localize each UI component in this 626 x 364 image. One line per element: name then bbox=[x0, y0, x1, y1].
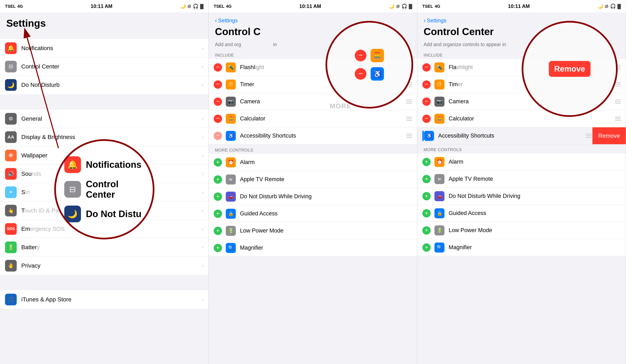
dnd-driving-icon: 🚗 bbox=[226, 192, 236, 202]
carrier-2: TSEL bbox=[214, 4, 224, 9]
do-not-disturb-item[interactable]: 🌙 Do Not Disturb › bbox=[0, 76, 208, 94]
notifications-icon: 🔔 bbox=[5, 42, 17, 54]
alarm-item-3[interactable]: + ⏰ Alarm bbox=[417, 153, 626, 170]
alarm-item[interactable]: + ⏰ Alarm bbox=[209, 154, 417, 171]
low-power-item[interactable]: + 🔋 Low Power Mode bbox=[209, 222, 417, 240]
add-dnd-driving-btn-3[interactable]: + bbox=[422, 192, 431, 200]
add-appletv-btn[interactable]: + bbox=[214, 175, 222, 184]
zoom-cc-icon: ⊟ bbox=[64, 181, 81, 198]
zoom-dnd-icon: 🌙 bbox=[64, 205, 81, 222]
drag-handle-3b[interactable] bbox=[615, 82, 621, 86]
chevron-right-icon: › bbox=[202, 116, 203, 122]
battery-label: Battery bbox=[21, 244, 202, 251]
battery-icon-3: ▓ bbox=[618, 3, 621, 9]
headphone-icon: 🎧 bbox=[193, 3, 198, 9]
section-gap bbox=[0, 94, 208, 103]
low-power-item-3[interactable]: + 🔋 Low Power Mode bbox=[417, 222, 626, 239]
at-icon-3: @ bbox=[605, 4, 608, 8]
status-time-2: 10:11 AM bbox=[299, 3, 321, 9]
remove-timer-btn[interactable]: − bbox=[214, 80, 222, 89]
control-center-item[interactable]: ⊟ Control Center › bbox=[0, 57, 208, 76]
add-magnifier-btn-3[interactable]: + bbox=[422, 243, 431, 252]
calculator-icon: 🧮 bbox=[226, 114, 236, 124]
back-chevron-icon-3: ‹ bbox=[424, 17, 426, 24]
back-button-3[interactable]: ‹ Settings bbox=[424, 15, 620, 26]
settings-section-3: 🎵 iTunes & App Store › bbox=[0, 290, 208, 309]
remove-flashlight-btn[interactable]: − bbox=[214, 63, 222, 72]
accessibility-icon: ♿ bbox=[226, 131, 236, 141]
zoom-dnd: 🌙 Do Not Distu bbox=[56, 203, 153, 225]
alarm-icon-3: ⏰ bbox=[434, 157, 444, 167]
remove-flashlight-btn-3[interactable]: − bbox=[422, 63, 431, 72]
alarm-label: Alarm bbox=[240, 159, 412, 165]
drag-handle-3c[interactable] bbox=[615, 100, 621, 104]
status-time: 10:11 AM bbox=[91, 3, 112, 9]
remove-calculator-btn-3[interactable]: − bbox=[422, 115, 431, 123]
privacy-item[interactable]: 🤚 Privacy › bbox=[0, 256, 208, 275]
calculator-item[interactable]: − 🧮 Calculator bbox=[209, 110, 417, 127]
accessibility-icon-3: ♿ bbox=[424, 131, 434, 141]
add-alarm-btn[interactable]: + bbox=[214, 158, 222, 166]
zoom-content-2: − 🧮 − ♿ bbox=[355, 49, 384, 81]
privacy-icon: 🤚 bbox=[5, 260, 17, 272]
guided-access-item[interactable]: + 🔒 Guided Access bbox=[209, 205, 417, 222]
headphone-icon-2: 🎧 bbox=[401, 3, 407, 9]
add-low-power-btn-3[interactable]: + bbox=[422, 226, 431, 235]
magnifier-label-3: Magnifier bbox=[449, 244, 621, 251]
add-appletv-btn-3[interactable]: + bbox=[422, 175, 431, 183]
magnifier-item[interactable]: + 🔍 Magnifier bbox=[209, 240, 417, 256]
add-guided-access-btn[interactable]: + bbox=[214, 209, 222, 218]
remove-camera-btn-3[interactable]: − bbox=[422, 97, 431, 106]
zoom-remove-2: − bbox=[355, 68, 366, 80]
accessibility-item-3[interactable]: ♿ Accessibility Shortcuts Remove bbox=[417, 127, 626, 144]
itunes-item[interactable]: 🎵 iTunes & App Store › bbox=[0, 290, 208, 309]
highlight-border bbox=[422, 131, 424, 141]
apple-tv-item[interactable]: + tv Apple TV Remote bbox=[209, 171, 417, 188]
zoom-row-1: − 🧮 bbox=[355, 49, 384, 62]
drag-handle-3d[interactable] bbox=[615, 117, 621, 121]
drag-handle[interactable] bbox=[406, 134, 412, 138]
drag-handle[interactable] bbox=[406, 100, 412, 104]
remove-accessibility-btn[interactable]: − bbox=[214, 132, 222, 140]
chevron-right-icon: › bbox=[202, 244, 203, 250]
calculator-icon-3: 🧮 bbox=[434, 114, 444, 124]
page-title: Settings bbox=[6, 18, 202, 29]
camera-icon-3: 📷 bbox=[434, 97, 444, 107]
at-icon-2: @ bbox=[396, 4, 400, 8]
remove-calculator-btn[interactable]: − bbox=[214, 115, 222, 123]
calculator-label-3: Calculator bbox=[449, 116, 613, 122]
calculator-item-3[interactable]: − 🧮 Calculator bbox=[417, 110, 626, 127]
notifications-label: Notifications bbox=[21, 45, 202, 51]
notifications-item[interactable]: 🔔 Notifications › bbox=[0, 39, 208, 57]
magnifier-item-3[interactable]: + 🔍 Magnifier bbox=[417, 239, 626, 256]
guided-access-item-3[interactable]: + 🔒 Guided Access bbox=[417, 205, 626, 222]
drag-handle[interactable] bbox=[406, 117, 412, 121]
battery-item[interactable]: 🔋 Battery › bbox=[0, 238, 208, 256]
drag-handle-3e[interactable] bbox=[586, 134, 591, 138]
back-label-3: Settings bbox=[427, 17, 446, 24]
battery-icon-box: 🔋 bbox=[5, 242, 17, 253]
accessibility-item[interactable]: − ♿ Accessibility Shortcuts bbox=[209, 127, 417, 144]
remove-camera-btn[interactable]: − bbox=[214, 97, 222, 106]
add-magnifier-btn[interactable]: + bbox=[214, 244, 222, 252]
add-guided-access-btn-3[interactable]: + bbox=[422, 209, 431, 217]
general-item[interactable]: ⚙ General › bbox=[0, 110, 208, 128]
network: 4G bbox=[17, 4, 23, 9]
remove-overlay-btn[interactable]: Remove bbox=[592, 127, 626, 144]
add-low-power-btn[interactable]: + bbox=[214, 227, 222, 235]
remove-timer-btn-3[interactable]: − bbox=[422, 80, 431, 89]
more-controls-header-3: MORE CONTROLS bbox=[417, 144, 626, 153]
general-label: General bbox=[21, 116, 202, 122]
settings-panel: TSEL 4G 10:11 AM 🌙 @ 🎧 ▓ Settings 🔔 Noti… bbox=[0, 0, 209, 364]
do-not-disturb-label: Do Not Disturb bbox=[21, 81, 202, 88]
add-alarm-btn-3[interactable]: + bbox=[422, 158, 431, 166]
display-label: Display & Brightness bbox=[21, 134, 202, 140]
dnd-driving-item[interactable]: + 🚗 Do Not Disturb While Driving bbox=[209, 188, 417, 205]
dnd-driving-item-3[interactable]: + 🚗 Do Not Disturb While Driving bbox=[417, 188, 626, 205]
apple-tv-item-3[interactable]: + tv Apple TV Remote bbox=[417, 170, 626, 188]
zoom-control-center: ⊟ Control Center bbox=[56, 176, 153, 203]
add-dnd-driving-btn[interactable]: + bbox=[214, 193, 222, 201]
moon-icon: 🌙 bbox=[180, 3, 186, 9]
appletv-label-3: Apple TV Remote bbox=[449, 176, 621, 182]
privacy-label: Privacy bbox=[21, 262, 202, 269]
